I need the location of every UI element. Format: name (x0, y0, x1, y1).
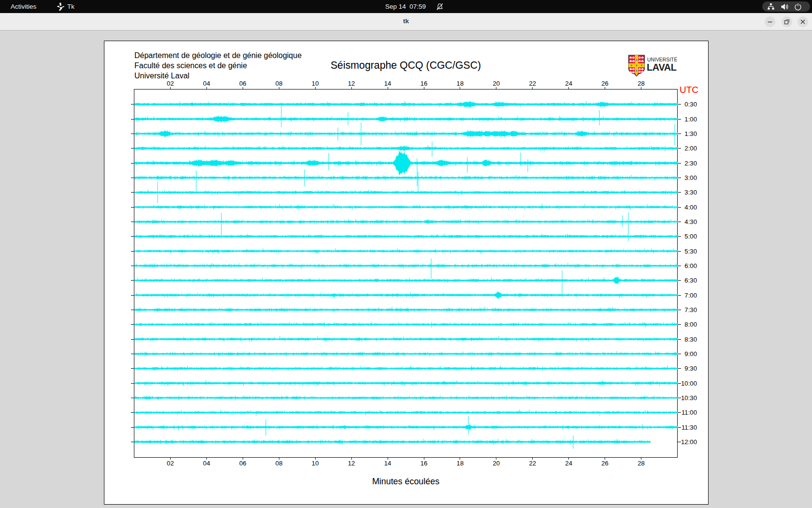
svg-text:28: 28 (638, 460, 645, 467)
svg-text:22: 22 (529, 80, 536, 87)
svg-text:04: 04 (203, 460, 210, 467)
svg-text:Faculté des sciences et de gén: Faculté des sciences et de génie (134, 61, 247, 70)
svg-text:5:00: 5:00 (684, 233, 697, 240)
svg-text:6:30: 6:30 (684, 277, 697, 284)
svg-text:22: 22 (529, 460, 536, 467)
svg-text:8:00: 8:00 (684, 321, 697, 328)
svg-text:24: 24 (565, 80, 572, 87)
svg-text:02: 02 (167, 460, 174, 467)
svg-text:0:30: 0:30 (684, 101, 697, 108)
svg-text:06: 06 (239, 80, 246, 87)
svg-text:Université Laval: Université Laval (134, 72, 189, 80)
svg-text:9:00: 9:00 (684, 350, 697, 358)
svg-text:28: 28 (638, 80, 645, 87)
svg-text:2:00: 2:00 (684, 145, 697, 152)
svg-text:10:00: 10:00 (681, 380, 697, 387)
svg-text:14: 14 (384, 80, 392, 87)
svg-text:12:00: 12:00 (681, 438, 697, 446)
svg-text:06: 06 (239, 460, 246, 467)
svg-text:7:00: 7:00 (684, 292, 697, 299)
svg-text:7:30: 7:30 (684, 306, 697, 314)
svg-text:04: 04 (203, 80, 210, 87)
svg-text:Séismographe QCQ (CGC/GSC): Séismographe QCQ (CGC/GSC) (331, 60, 481, 71)
svg-text:Minutes écoulées: Minutes écoulées (372, 477, 439, 486)
svg-text:6:00: 6:00 (684, 262, 697, 269)
svg-text:3:30: 3:30 (684, 189, 697, 196)
svg-text:4:00: 4:00 (684, 204, 697, 211)
svg-text:UTC: UTC (680, 85, 698, 95)
svg-text:20: 20 (493, 80, 500, 87)
svg-text:3:00: 3:00 (684, 174, 697, 181)
svg-text:10: 10 (312, 460, 319, 467)
svg-text:1:00: 1:00 (684, 116, 697, 123)
svg-text:11:30: 11:30 (682, 424, 697, 431)
svg-text:16: 16 (420, 80, 428, 87)
svg-text:11:00: 11:00 (682, 409, 697, 416)
svg-text:14: 14 (384, 460, 392, 467)
svg-text:5:30: 5:30 (684, 248, 697, 255)
svg-text:08: 08 (276, 460, 283, 467)
svg-text:10:30: 10:30 (681, 394, 697, 402)
svg-text:12: 12 (348, 460, 355, 467)
svg-text:12: 12 (348, 80, 355, 87)
svg-text:18: 18 (457, 80, 464, 87)
svg-text:LAVAL: LAVAL (647, 62, 677, 73)
svg-text:08: 08 (276, 80, 283, 87)
svg-text:26: 26 (601, 460, 609, 467)
svg-text:Département de géologie et de: Département de géologie et de génie géol… (134, 51, 302, 60)
svg-text:1:30: 1:30 (684, 130, 697, 137)
svg-text:10: 10 (312, 80, 319, 87)
svg-text:20: 20 (493, 460, 500, 467)
svg-text:24: 24 (565, 460, 572, 467)
svg-text:02: 02 (167, 80, 174, 87)
svg-text:2:30: 2:30 (684, 160, 697, 167)
svg-text:8:30: 8:30 (684, 336, 697, 343)
svg-text:18: 18 (457, 460, 464, 467)
svg-text:9:30: 9:30 (684, 365, 697, 372)
svg-text:4:30: 4:30 (684, 218, 697, 225)
svg-text:26: 26 (601, 80, 609, 87)
svg-text:16: 16 (420, 460, 428, 467)
